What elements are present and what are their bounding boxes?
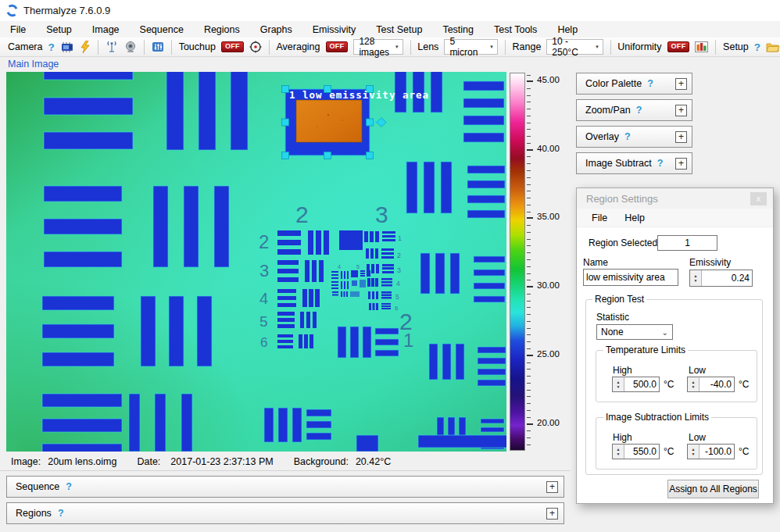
histogram-icon[interactable] — [695, 41, 708, 52]
expand-icon[interactable]: + — [546, 508, 558, 520]
menu-emissivity[interactable]: Emissivity — [302, 23, 367, 37]
toolbar-separator — [98, 40, 98, 55]
thermal-image[interactable]: .b { fill:#1b32d4; stroke:#38d2e0; strok… — [6, 72, 506, 452]
colorbar-tick — [527, 286, 533, 287]
help-icon[interactable]: ? — [66, 481, 72, 492]
menu-file[interactable]: File — [0, 23, 36, 37]
expand-icon[interactable]: + — [675, 131, 687, 143]
spinner-down-icon[interactable]: ▼ — [617, 452, 621, 456]
temp-high-stepper[interactable]: ▲▼ 500.0 — [612, 377, 660, 392]
averaging-value: 128 images — [359, 36, 389, 58]
colorbar-gradient[interactable] — [510, 73, 525, 451]
sub-high-stepper[interactable]: ▲▼ 550.0 — [612, 444, 660, 459]
open-folder-icon[interactable] — [766, 41, 780, 53]
panel-color-palette[interactable]: Color Palette ? + — [576, 73, 692, 95]
statistic-select[interactable]: None ⌄ — [596, 324, 673, 340]
target-number: 3 — [259, 261, 269, 280]
panel-label: Regions — [16, 508, 52, 519]
status-image-label: Image: — [11, 456, 41, 467]
menu-graphs[interactable]: Graphs — [250, 23, 302, 37]
colorbar-minor-ticks — [527, 73, 531, 450]
colorbar-tick — [527, 149, 533, 151]
dialog-menu-bar: File Help — [577, 209, 773, 227]
spinner-down-icon[interactable]: ▼ — [692, 452, 696, 456]
temp-low-stepper[interactable]: ▲▼ -40.0 — [687, 377, 735, 392]
name-field[interactable]: low emissivity area — [583, 269, 678, 286]
help-icon[interactable]: ? — [647, 78, 653, 89]
dialog-menu-file[interactable]: File — [583, 211, 616, 225]
region-selected-field[interactable]: 1 — [657, 235, 717, 251]
lightning-icon[interactable] — [80, 41, 91, 53]
panel-regions[interactable]: Regions ? + — [6, 502, 564, 524]
spinner-down-icon[interactable]: ▼ — [692, 384, 696, 389]
expand-icon[interactable]: + — [675, 105, 687, 116]
menu-image[interactable]: Image — [82, 23, 130, 37]
menu-sequence[interactable]: Sequence — [130, 23, 194, 37]
target-number: 2 — [259, 231, 269, 252]
range-label: Range — [513, 41, 542, 52]
sub-low-stepper[interactable]: ▲▼ -100.0 — [687, 444, 735, 459]
spinner-arrows-icon[interactable]: ▲▼ — [613, 377, 624, 391]
antenna-icon[interactable] — [105, 41, 119, 53]
menu-test-tools[interactable]: Test Tools — [484, 23, 547, 37]
setup-help-icon[interactable]: ? — [754, 41, 760, 53]
help-icon[interactable]: ? — [624, 131, 631, 142]
webcam-icon[interactable] — [124, 41, 137, 53]
camera-chip-icon[interactable] — [60, 41, 74, 53]
spinner-arrows-icon[interactable]: ▲▼ — [690, 270, 702, 286]
averaging-dropdown[interactable]: 128 images ▾ — [353, 39, 403, 55]
target-number: 6 — [395, 305, 399, 312]
dialog-title: Region Settings — [586, 193, 658, 205]
expand-icon[interactable]: + — [675, 78, 687, 90]
toolbar-separator — [269, 40, 270, 55]
touchup-off-badge[interactable]: OFF — [221, 41, 244, 52]
averaging-off-badge[interactable]: OFF — [326, 41, 349, 52]
dialog-menu-help[interactable]: Help — [616, 211, 653, 225]
panel-zoom-pan[interactable]: Zoom/Pan ? + — [576, 99, 692, 121]
title-bar: Thermalyze 7.6.0.9 — [0, 0, 780, 21]
panel-image-subtract[interactable]: Image Subtract ? + — [576, 152, 692, 174]
help-icon[interactable]: ? — [636, 105, 642, 116]
app-icon — [5, 4, 19, 17]
spinner-arrows-icon[interactable]: ▲▼ — [688, 377, 699, 391]
help-icon[interactable]: ? — [657, 158, 664, 169]
name-label: Name — [583, 257, 608, 268]
close-icon[interactable]: x — [750, 192, 767, 205]
spinner-down-icon[interactable]: ▼ — [617, 384, 621, 389]
expand-icon[interactable]: + — [675, 158, 687, 170]
menu-help[interactable]: Help — [547, 23, 588, 37]
panel-overlay[interactable]: Overlay ? + — [576, 126, 692, 148]
panel-label: Color Palette — [585, 78, 642, 89]
dialog-title-bar[interactable]: Region Settings x — [577, 188, 773, 209]
panel-sequence[interactable]: Sequence ? + — [6, 476, 564, 498]
crosshair-icon[interactable] — [249, 41, 262, 53]
statistic-value: None — [601, 327, 624, 337]
camera-help-icon[interactable]: ? — [48, 41, 54, 53]
target-number: 5 — [259, 313, 268, 330]
toolbar-separator — [144, 40, 145, 55]
menu-regions[interactable]: Regions — [194, 23, 250, 37]
menu-bar: File Setup Image Sequence Regions Graphs… — [0, 21, 780, 37]
toolbar-separator — [410, 40, 411, 55]
lens-dropdown[interactable]: 5 micron ▾ — [444, 39, 497, 55]
sub-low-unit: °C — [739, 446, 749, 457]
expand-icon[interactable]: + — [546, 481, 558, 493]
assign-to-all-regions-button[interactable]: Assign to All Regions — [667, 480, 759, 498]
target-number: 4 — [396, 280, 400, 287]
target-number: 5 — [395, 293, 399, 301]
uniformity-off-badge[interactable]: OFF — [667, 41, 690, 52]
spinner-arrows-icon[interactable]: ▲▼ — [688, 445, 699, 459]
range-dropdown[interactable]: 10 - 250°C ▾ — [546, 39, 603, 55]
emissivity-stepper[interactable]: ▲▼ 0.24 — [689, 270, 753, 287]
region-test-label: Region Test — [592, 294, 646, 305]
sliders-icon[interactable] — [152, 41, 164, 53]
menu-testing[interactable]: Testing — [432, 23, 484, 37]
menu-test-setup[interactable]: Test Setup — [366, 23, 432, 37]
sub-high-unit: °C — [664, 446, 674, 457]
spinner-arrows-icon[interactable]: ▲▼ — [613, 445, 624, 459]
chevron-down-icon: ▾ — [389, 44, 399, 50]
lens-value: 5 micron — [449, 36, 484, 58]
spinner-down-icon[interactable]: ▼ — [694, 278, 698, 283]
help-icon[interactable]: ? — [58, 508, 64, 519]
menu-setup[interactable]: Setup — [36, 23, 82, 37]
